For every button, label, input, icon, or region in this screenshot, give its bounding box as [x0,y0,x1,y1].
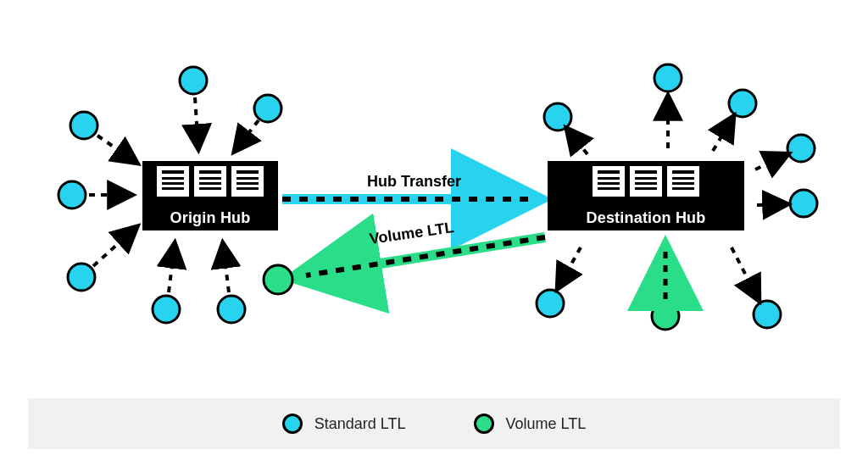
volume-endpoint-node [264,265,292,294]
svg-point-20 [754,301,781,328]
svg-point-16 [729,90,756,117]
svg-line-8 [235,120,259,151]
dock-door-icon [194,166,226,197]
legend-label-volume: Volume LTL [506,415,587,433]
origin-hub-label: Origin Hub [149,209,271,227]
svg-line-13 [223,244,229,292]
svg-line-26 [757,204,787,205]
svg-point-5 [153,296,180,323]
svg-point-3 [58,181,86,208]
ltl-hub-diagram: Origin Hub Destination Hub Hub Transfer … [0,0,868,472]
svg-point-4 [68,264,95,291]
dock-door-icon [667,166,699,197]
svg-line-11 [93,227,136,266]
destination-hub-doors [554,166,737,197]
hub-transfer-label: Hub Transfer [367,173,461,191]
svg-point-15 [654,64,682,92]
origin-hub: Origin Hub [142,161,278,230]
svg-point-19 [537,290,564,317]
legend-dot-standard-icon [282,414,303,434]
svg-line-7 [195,97,198,148]
origin-hub-doors [149,166,271,197]
dock-door-icon [593,166,625,197]
legend-label-standard: Standard LTL [314,415,406,433]
svg-point-18 [790,190,817,217]
svg-line-22 [567,129,587,154]
diagram-area: Origin Hub Destination Hub Hub Transfer … [28,17,840,390]
svg-line-34 [306,237,545,275]
dock-door-icon [231,166,264,197]
volume-ltl-arrow [301,237,545,276]
destination-hub: Destination Hub [548,161,744,230]
legend-item-standard: Standard LTL [282,414,406,434]
svg-point-1 [254,95,281,122]
dock-door-icon [157,166,189,197]
svg-line-28 [732,247,759,300]
svg-point-2 [70,112,97,139]
legend-item-volume: Volume LTL [474,414,587,434]
svg-line-25 [755,154,787,169]
svg-line-24 [713,117,733,151]
svg-line-9 [97,136,136,163]
svg-line-12 [169,244,175,292]
svg-point-21 [652,303,679,330]
destination-hub-label: Destination Hub [554,209,737,227]
dock-door-icon [630,166,662,197]
svg-point-14 [544,103,571,130]
svg-line-27 [558,247,581,288]
legend-dot-volume-icon [474,414,494,434]
svg-point-17 [787,135,815,162]
svg-point-6 [218,296,245,323]
svg-point-0 [180,67,207,94]
legend: Standard LTL Volume LTL [28,398,840,449]
